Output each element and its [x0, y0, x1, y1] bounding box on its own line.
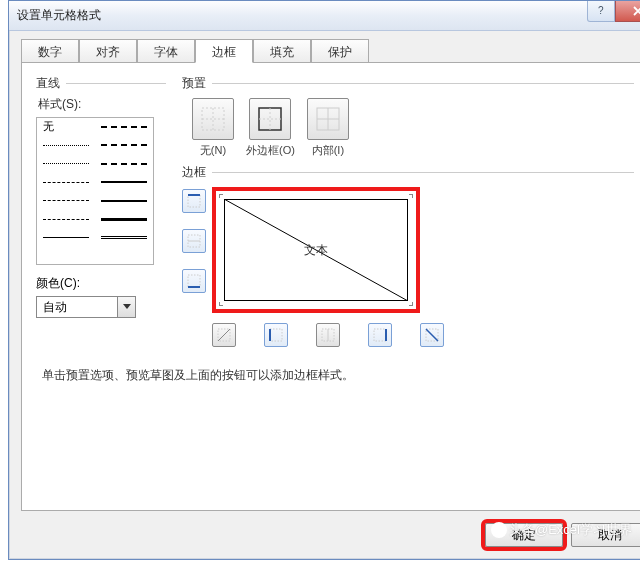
- line-style-none[interactable]: 无: [37, 118, 95, 137]
- svg-line-26: [426, 329, 438, 341]
- style-label: 样式(S):: [38, 96, 166, 113]
- close-button[interactable]: [615, 1, 640, 22]
- watermark-icon: [491, 522, 507, 538]
- svg-rect-1: [202, 108, 224, 130]
- border-diag-up-button[interactable]: [212, 323, 236, 347]
- line-style-opt[interactable]: [95, 155, 153, 174]
- hint-text: 单击预置选项、预览草图及上面的按钮可以添加边框样式。: [42, 367, 634, 384]
- tab-border[interactable]: 边框: [195, 39, 253, 63]
- preset-inside-label: 内部(I): [312, 143, 344, 158]
- svg-line-18: [218, 329, 230, 341]
- border-bottom-button[interactable]: [182, 269, 206, 293]
- line-style-opt[interactable]: [95, 137, 153, 156]
- titlebar: 设置单元格格式 ?: [9, 1, 640, 31]
- window-title: 设置单元格格式: [17, 7, 101, 24]
- border-preview-highlight: 文本: [212, 187, 420, 313]
- line-style-opt[interactable]: [95, 211, 153, 230]
- line-group: 直线 样式(S): 无: [36, 75, 166, 384]
- svg-rect-10: [188, 195, 200, 207]
- border-right-button[interactable]: [368, 323, 392, 347]
- preset-outline-button[interactable]: [249, 98, 291, 140]
- watermark: 头条@Excel学习世界: [489, 520, 634, 540]
- line-style-opt[interactable]: [95, 118, 153, 137]
- dialog-body: 数字 对齐 字体 边框 填充 保护 直线 样式(S): 无: [21, 39, 640, 547]
- tab-font[interactable]: 字体: [137, 39, 195, 63]
- preset-none-label: 无(N): [200, 143, 226, 158]
- preset-border-area: 预置 无(N) 外边框(O): [166, 75, 634, 384]
- line-style-list[interactable]: 无: [36, 117, 154, 265]
- line-style-opt[interactable]: [37, 155, 95, 174]
- tab-protect[interactable]: 保护: [311, 39, 369, 63]
- tab-align[interactable]: 对齐: [79, 39, 137, 63]
- svg-rect-19: [270, 329, 282, 341]
- line-group-label: 直线: [36, 75, 166, 92]
- line-style-opt[interactable]: [37, 174, 95, 193]
- border-left-button[interactable]: [264, 323, 288, 347]
- tab-fill[interactable]: 填充: [253, 39, 311, 63]
- preview-text: 文本: [304, 242, 328, 259]
- border-middle-v-button[interactable]: [316, 323, 340, 347]
- border-tab-panel: 直线 样式(S): 无: [21, 62, 640, 511]
- line-style-opt[interactable]: [37, 229, 95, 248]
- border-group-label: 边框: [182, 164, 634, 181]
- border-preview[interactable]: 文本: [216, 191, 416, 309]
- color-label: 颜色(C):: [36, 275, 166, 292]
- line-style-opt[interactable]: [37, 211, 95, 230]
- svg-rect-14: [188, 275, 200, 287]
- line-style-opt[interactable]: [37, 137, 95, 156]
- border-top-button[interactable]: [182, 189, 206, 213]
- preset-group-label: 预置: [182, 75, 634, 92]
- chevron-down-icon: [117, 297, 135, 317]
- line-style-opt[interactable]: [95, 229, 153, 248]
- help-button[interactable]: ?: [587, 1, 615, 22]
- color-dropdown[interactable]: 自动: [36, 296, 136, 318]
- tab-strip: 数字 对齐 字体 边框 填充 保护: [21, 39, 640, 63]
- tab-number[interactable]: 数字: [21, 39, 79, 63]
- svg-text:?: ?: [598, 6, 604, 16]
- preset-outline-label: 外边框(O): [246, 143, 295, 158]
- line-style-opt[interactable]: [37, 192, 95, 211]
- window-buttons: ?: [587, 1, 640, 22]
- line-style-opt[interactable]: [95, 192, 153, 211]
- preset-inside-button[interactable]: [307, 98, 349, 140]
- line-style-opt[interactable]: [95, 174, 153, 193]
- preset-none-button[interactable]: [192, 98, 234, 140]
- svg-rect-23: [374, 329, 386, 341]
- border-middle-h-button[interactable]: [182, 229, 206, 253]
- color-value: 自动: [43, 299, 67, 316]
- svg-rect-4: [259, 108, 281, 130]
- border-diag-down-button[interactable]: [420, 323, 444, 347]
- format-cells-dialog: 设置单元格格式 ? 数字 对齐 字体 边框 填充 保护 直线: [8, 0, 640, 560]
